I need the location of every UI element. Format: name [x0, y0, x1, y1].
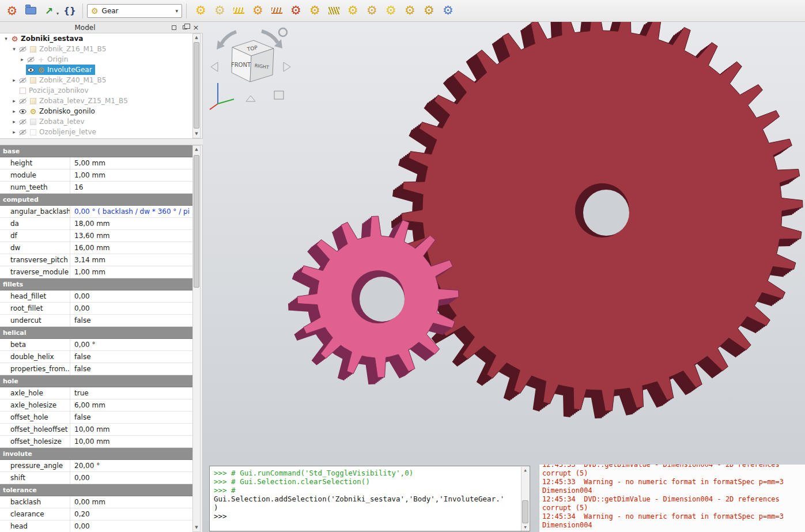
property-row-traverse_module[interactable]: traverse_module1,00 mm [0, 266, 192, 278]
tree-item-zobata_letev[interactable]: ▸Zobata_letev [0, 116, 192, 127]
open-folder-icon[interactable] [22, 2, 39, 20]
property-value[interactable]: 5,00 mm [70, 157, 192, 169]
float-panel-icon[interactable] [180, 23, 190, 32]
panel-splitter[interactable] [0, 138, 203, 145]
property-value[interactable]: true [70, 387, 192, 399]
internal-involute-gear-icon[interactable]: ⚙ [212, 3, 228, 18]
property-row-offset_holesize[interactable]: offset_holesize10,00 mm [0, 436, 192, 448]
property-value[interactable]: 0,00 mm [70, 496, 192, 508]
property-value[interactable]: 20,00 ° [70, 460, 192, 471]
tree-item-pozicija_zobnikov[interactable]: Pozicija_zobnikov [0, 85, 192, 96]
property-value[interactable]: false [70, 315, 192, 326]
nav-left-arrow-icon[interactable] [211, 62, 218, 71]
property-group-fillets[interactable]: fillets [0, 278, 192, 290]
property-row-shift[interactable]: shift0,00 [0, 472, 192, 484]
macro-editor-icon[interactable]: {} [61, 2, 78, 20]
property-value[interactable]: 16 [70, 182, 192, 193]
fellow-gear-icon[interactable]: ⚙ [440, 3, 456, 18]
property-row-da[interactable]: da18,00 mm [0, 218, 192, 230]
view-sphere-icon[interactable] [279, 28, 287, 36]
property-row-angular_backlash[interactable]: angular_backlash0,00 ° ( backlash / dw *… [0, 206, 192, 218]
rotate-right-arrow-icon[interactable] [262, 31, 278, 43]
nav-down-arrow-icon[interactable] [246, 96, 255, 101]
property-row-dw[interactable]: dw16,00 mm [0, 242, 192, 254]
cycloid-rack-icon[interactable] [269, 3, 285, 18]
scroll-down-icon[interactable]: ▼ [193, 130, 200, 138]
property-row-head_fillet[interactable]: head_fillet0,00 [0, 290, 192, 303]
scroll-down-icon[interactable]: ▼ [193, 524, 200, 531]
tree-item-zobata_letev_z15_m1_b5[interactable]: ▸Zobata_letev_Z15_M1_B5 [0, 96, 192, 106]
scroll-up-icon[interactable]: ▲ [193, 146, 200, 153]
property-value[interactable]: 18,00 mm [70, 218, 192, 229]
involute-gear-icon[interactable]: ⚙ [193, 3, 209, 18]
chevron-right-icon[interactable]: ▸ [10, 77, 18, 83]
workbench-selector[interactable]: ⚙ Gear ▾ [87, 4, 182, 18]
property-row-df[interactable]: df13,60 mm [0, 230, 192, 242]
export-icon[interactable]: ↗ [40, 2, 58, 20]
property-value[interactable]: false [70, 363, 192, 375]
chevron-right-icon[interactable]: ▸ [10, 129, 18, 135]
cycloid-gear-icon[interactable]: ⚙ [250, 3, 266, 18]
property-value[interactable]: 0,00 [70, 290, 192, 302]
property-value[interactable]: 0,20 [70, 508, 192, 520]
property-row-double_helix[interactable]: double_helixfalse [0, 351, 192, 363]
tree-item-origin[interactable]: ▸+Origin [0, 54, 192, 65]
property-row-backlash[interactable]: backlash0,00 mm [0, 496, 192, 508]
property-row-head[interactable]: head0,00 [0, 520, 192, 532]
property-row-height[interactable]: height5,00 mm [0, 157, 192, 169]
isometric-view-icon[interactable] [274, 91, 284, 99]
worm-gear-icon[interactable] [326, 3, 342, 18]
tree-item-involutegear[interactable]: ⚙InvoluteGear [0, 65, 192, 75]
property-value[interactable]: 0,00 ° ( backlash / dw * 360 ° / pi ) [70, 206, 192, 217]
console-scrollbar[interactable]: ▲ ▼ [521, 467, 529, 531]
python-console[interactable]: >>> # Gui.runCommand('Std_ToggleVisibili… [209, 466, 530, 531]
properties-scrollbar[interactable]: ▲ ▼ [192, 145, 201, 532]
crown-gear-icon[interactable]: ⚙ [307, 3, 323, 18]
tree-item-zobniki_sestava[interactable]: ▾⚙Zobniki_sestava [0, 33, 192, 44]
export-dropdown-caret-icon[interactable]: ▾ [56, 11, 59, 16]
property-group-base[interactable]: base [0, 145, 192, 157]
scrollbar-thumb[interactable] [522, 500, 528, 523]
property-group-computed[interactable]: computed [0, 194, 192, 206]
property-row-beta[interactable]: beta0,00 ° [0, 339, 192, 351]
property-row-axle_hole[interactable]: axle_holetrue [0, 387, 192, 399]
property-row-undercut[interactable]: undercutfalse [0, 315, 192, 327]
property-value[interactable]: 10,00 mm [70, 436, 192, 447]
property-row-properties_from[interactable]: properties_from...false [0, 363, 192, 375]
property-group-helical[interactable]: helical [0, 327, 192, 339]
property-group-involute[interactable]: involute [0, 448, 192, 460]
property-group-hole[interactable]: hole [0, 375, 192, 387]
tree-item-ozobljenje_letve[interactable]: ▸Ozobljenje_letve [0, 127, 192, 137]
property-value[interactable]: 0,00 [70, 520, 192, 532]
property-value[interactable]: 3,14 mm [70, 254, 192, 266]
property-value[interactable]: 0,00 [70, 472, 192, 484]
property-row-transverse_pitch[interactable]: transverse_pitch3,14 mm [0, 254, 192, 266]
scroll-down-icon[interactable]: ▼ [521, 524, 529, 531]
involute-rack-icon[interactable] [231, 3, 247, 18]
property-group-tolerance[interactable]: tolerance [0, 484, 192, 496]
chevron-right-icon[interactable]: ▸ [10, 119, 18, 124]
minimize-panel-icon[interactable] [169, 23, 179, 32]
rotate-left-arrow-icon[interactable] [221, 32, 236, 44]
chevron-down-icon[interactable]: ▾ [10, 46, 18, 52]
chevron-right-icon[interactable]: ▸ [18, 56, 26, 62]
3d-viewport[interactable]: TOP FRONT RIGHT [203, 22, 805, 532]
scroll-up-icon[interactable]: ▲ [521, 467, 529, 474]
property-row-pressure_angle[interactable]: pressure_angle20,00 ° [0, 460, 192, 472]
lantern-gear-icon[interactable]: ⚙ [364, 3, 380, 18]
internal-gear-icon[interactable]: ⚙ [421, 3, 437, 18]
property-value[interactable]: 10,00 mm [70, 424, 192, 435]
chevron-right-icon[interactable]: ▸ [10, 108, 18, 114]
gear-connector-icon[interactable]: ⚙ [402, 3, 418, 18]
close-panel-icon[interactable]: × [191, 23, 201, 32]
scrollbar-thumb[interactable] [194, 42, 199, 129]
property-row-axle_holesize[interactable]: axle_holesize6,00 mm [0, 399, 192, 412]
nav-right-arrow-icon[interactable] [284, 62, 290, 71]
property-value[interactable]: false [70, 412, 192, 423]
property-value[interactable]: 6,00 mm [70, 399, 192, 411]
property-value[interactable]: 1,00 mm [70, 266, 192, 278]
property-row-clearance[interactable]: clearance0,20 [0, 508, 192, 520]
property-value[interactable]: 13,60 mm [70, 230, 192, 242]
property-value[interactable]: 1,00 mm [70, 169, 192, 181]
navigation-cube[interactable]: TOP FRONT RIGHT [206, 23, 293, 115]
